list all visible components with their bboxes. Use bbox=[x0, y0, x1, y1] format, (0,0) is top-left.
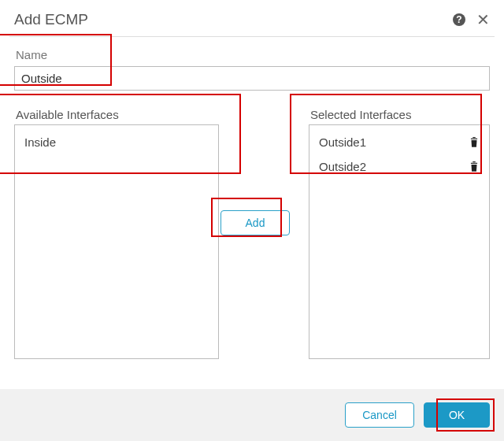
move-button-column: Add bbox=[219, 210, 291, 235]
selected-column: Selected Interfaces Outside1Outside2 bbox=[309, 108, 490, 359]
svg-rect-3 bbox=[472, 161, 476, 162]
close-icon[interactable]: ✕ bbox=[476, 12, 490, 28]
selected-item[interactable]: Outside2 bbox=[309, 154, 489, 179]
svg-rect-1 bbox=[472, 137, 476, 138]
name-label: Name bbox=[16, 48, 490, 61]
selected-item[interactable]: Outside1 bbox=[309, 130, 489, 154]
name-input[interactable] bbox=[14, 66, 490, 91]
dialog-title: Add ECMP bbox=[14, 11, 453, 28]
add-ecmp-dialog: Add ECMP ? ✕ Name Available Interfaces I… bbox=[0, 0, 504, 441]
dialog-footer: Cancel OK bbox=[0, 389, 504, 441]
available-column: Available Interfaces Inside bbox=[14, 108, 219, 359]
selected-item-label: Outside2 bbox=[319, 160, 366, 173]
add-button[interactable]: Add bbox=[220, 210, 290, 235]
selected-label: Selected Interfaces bbox=[310, 108, 490, 121]
svg-rect-2 bbox=[471, 162, 477, 163]
cancel-button[interactable]: Cancel bbox=[345, 402, 414, 428]
ok-button[interactable]: OK bbox=[424, 402, 490, 428]
selected-item-label: Outside1 bbox=[319, 135, 366, 149]
trash-icon[interactable] bbox=[469, 137, 480, 148]
svg-rect-0 bbox=[471, 138, 477, 139]
selected-listbox[interactable]: Outside1Outside2 bbox=[309, 124, 490, 359]
dialog-header: Add ECMP ? ✕ bbox=[0, 0, 504, 36]
interface-lists: Available Interfaces Inside Add Selected… bbox=[14, 108, 490, 359]
help-icon[interactable]: ? bbox=[453, 13, 465, 26]
available-item[interactable]: Inside bbox=[15, 130, 218, 154]
trash-icon[interactable] bbox=[469, 161, 480, 172]
available-label: Available Interfaces bbox=[16, 108, 219, 121]
available-listbox[interactable]: Inside bbox=[14, 124, 219, 359]
dialog-body: Name Available Interfaces Inside Add Sel… bbox=[0, 37, 504, 359]
